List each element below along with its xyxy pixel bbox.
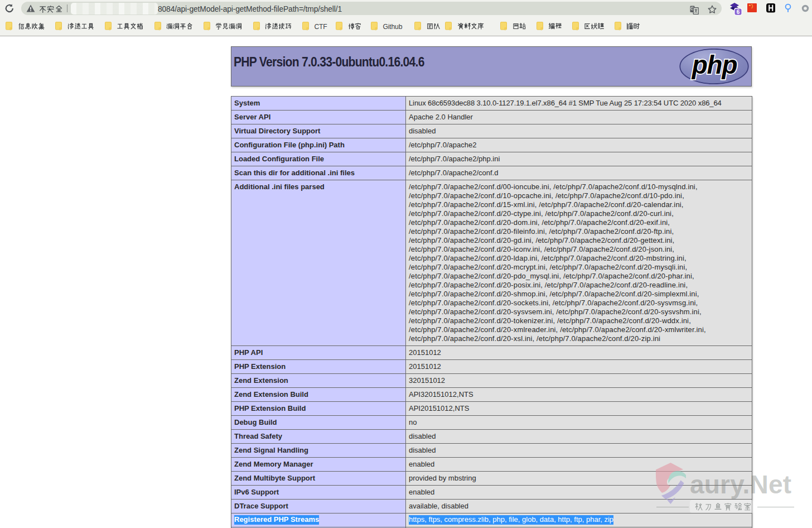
svg-text:php: php <box>691 50 737 79</box>
svg-text:6: 6 <box>737 9 740 15</box>
